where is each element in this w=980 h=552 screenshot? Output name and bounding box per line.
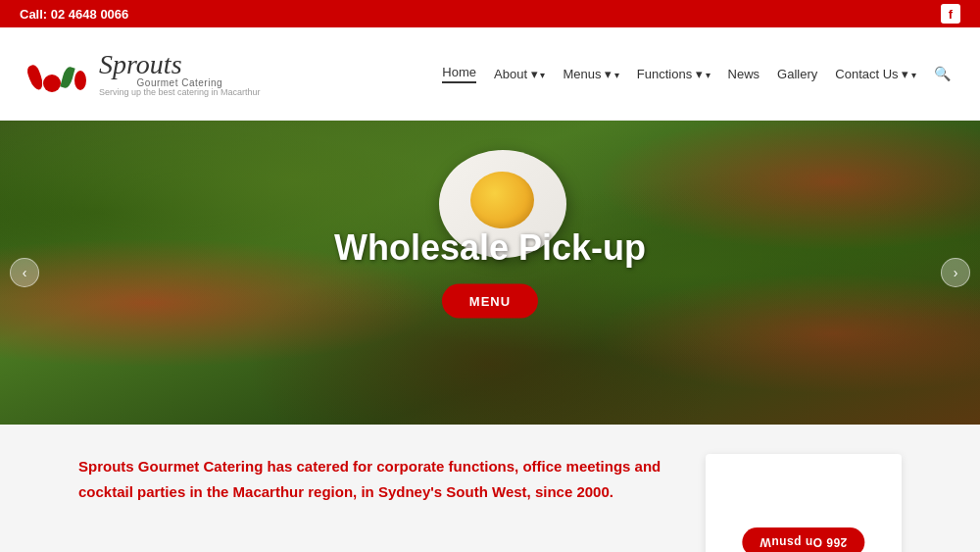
logo-brand-name: Sprouts bbox=[99, 51, 261, 78]
nav-functions[interactable]: Functions ▾ bbox=[637, 67, 710, 81]
logo-icon bbox=[29, 61, 86, 86]
nav-news[interactable]: News bbox=[728, 67, 760, 81]
promo-card: 266 On psnuW bbox=[706, 454, 902, 552]
content-section: Sprouts Gourmet Catering has catered for… bbox=[0, 425, 980, 552]
logo-tagline: Serving up the best catering in Macarthu… bbox=[99, 88, 261, 97]
logo-text: Sprouts Gourmet Catering Serving up the … bbox=[99, 51, 261, 97]
nav-home[interactable]: Home bbox=[442, 65, 476, 83]
facebook-icon[interactable]: f bbox=[941, 4, 960, 24]
phone-number[interactable]: Call: 02 4648 0066 bbox=[20, 7, 128, 22]
nav-gallery[interactable]: Gallery bbox=[777, 67, 817, 81]
nav-menus[interactable]: Menus ▾ bbox=[563, 67, 618, 81]
hero-slider: ‹ › Wholesale Pick-up MENU bbox=[0, 121, 980, 425]
slider-arrow-left[interactable]: ‹ bbox=[10, 258, 39, 287]
nav-about[interactable]: About ▾ bbox=[494, 67, 545, 81]
logo[interactable]: Sprouts Gourmet Catering Serving up the … bbox=[29, 51, 261, 97]
search-icon[interactable]: 🔍 bbox=[934, 66, 951, 81]
logo-subtitle: Gourmet Catering bbox=[99, 78, 261, 88]
promo-card-button[interactable]: 266 On psnuW bbox=[742, 527, 864, 552]
slider-arrow-right[interactable]: › bbox=[941, 258, 970, 287]
main-nav: Home About ▾ Menus ▾ Functions ▾ News Ga… bbox=[442, 65, 951, 83]
intro-text: Sprouts Gourmet Catering has catered for… bbox=[78, 454, 676, 552]
top-bar: Call: 02 4648 0066 f bbox=[0, 0, 980, 27]
hero-title: Wholesale Pick-up bbox=[334, 227, 646, 269]
hero-menu-button[interactable]: MENU bbox=[442, 284, 538, 319]
hero-content: Wholesale Pick-up MENU bbox=[334, 227, 646, 319]
nav-contact[interactable]: Contact Us ▾ bbox=[835, 67, 916, 81]
site-header: Sprouts Gourmet Catering Serving up the … bbox=[0, 27, 980, 121]
